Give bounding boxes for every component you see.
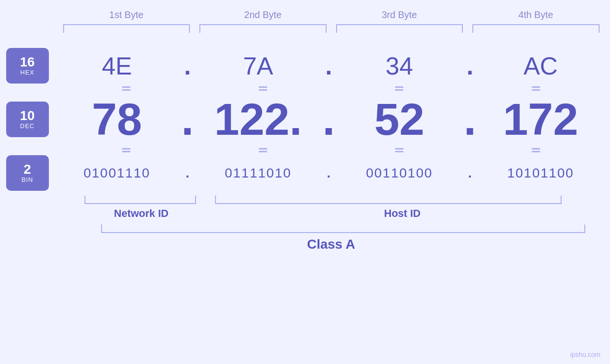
- dec-row: 10 DEC 78 . 122. . 52 . 172: [6, 93, 604, 145]
- bin-row: 2 BIN 01001110 . 01111010 . 00110100 . 1…: [6, 155, 604, 191]
- top-bracket-1: [63, 24, 190, 33]
- host-bracket: [215, 196, 562, 204]
- eq5: [122, 148, 131, 152]
- eq2: [259, 86, 267, 91]
- hex-badge: 16 HEX: [6, 48, 49, 84]
- network-bracket: [84, 196, 196, 204]
- dec-val1: 78: [54, 93, 181, 145]
- id-labels-row: Network ID Host ID: [58, 207, 604, 220]
- class-bracket: [101, 224, 585, 233]
- hex-val3: 34: [336, 52, 463, 80]
- bin-dot2: .: [322, 166, 336, 181]
- hex-dot3: .: [463, 52, 477, 80]
- eq7: [395, 148, 404, 152]
- equals-row-1: [58, 86, 604, 91]
- dec-val2: 122.: [195, 93, 322, 145]
- hex-val1: 4E: [54, 52, 181, 80]
- dec-badge: 10 DEC: [6, 102, 49, 137]
- bin-badge-label: BIN: [21, 176, 33, 183]
- hex-row: 16 HEX 4E . 7A . 34 . AC: [6, 48, 604, 84]
- bin-dot1: .: [180, 166, 195, 181]
- eq8: [532, 148, 540, 152]
- bin-val3: 00110100: [336, 166, 463, 181]
- top-bracket-3: [336, 24, 463, 33]
- bin-val4: 10101100: [477, 166, 604, 181]
- dec-val3: 52: [336, 93, 463, 145]
- eq4: [532, 86, 540, 91]
- bin-badge-num: 2: [24, 163, 31, 176]
- bin-dot3: .: [463, 166, 477, 181]
- eq3: [395, 86, 404, 91]
- hex-dot2: .: [322, 52, 336, 80]
- hex-badge-label: HEX: [20, 69, 35, 76]
- watermark: ipshu.com: [570, 351, 601, 358]
- hex-val4: AC: [477, 52, 604, 80]
- top-bracket-4: [472, 24, 600, 33]
- dec-badge-label: DEC: [20, 122, 34, 130]
- dec-badge-num: 10: [20, 109, 35, 122]
- bottom-brackets: [58, 196, 604, 205]
- byte1-header: 1st Byte: [58, 9, 195, 24]
- dec-dot3: .: [463, 93, 477, 145]
- bin-badge: 2 BIN: [6, 155, 49, 191]
- host-id-label: Host ID: [229, 207, 576, 220]
- byte2-header: 2nd Byte: [195, 9, 331, 24]
- byte4-header: 4th Byte: [468, 9, 604, 24]
- equals-row-2: [58, 148, 604, 152]
- hex-val2: 7A: [195, 52, 322, 80]
- bin-val1: 01001110: [54, 166, 181, 181]
- hex-badge-num: 16: [20, 56, 35, 69]
- byte3-header: 3rd Byte: [331, 9, 468, 24]
- dec-val4: 172: [477, 93, 604, 145]
- hex-dot1: .: [180, 52, 195, 80]
- bin-val2: 01111010: [195, 166, 322, 181]
- eq1: [122, 86, 131, 91]
- class-label: Class A: [307, 237, 356, 252]
- top-bracket-2: [199, 24, 327, 33]
- eq6: [259, 148, 267, 152]
- dec-dot1: .: [180, 93, 195, 145]
- network-id-label: Network ID: [73, 207, 210, 220]
- class-row: Class A: [58, 224, 604, 252]
- dec-dot2: .: [322, 93, 336, 145]
